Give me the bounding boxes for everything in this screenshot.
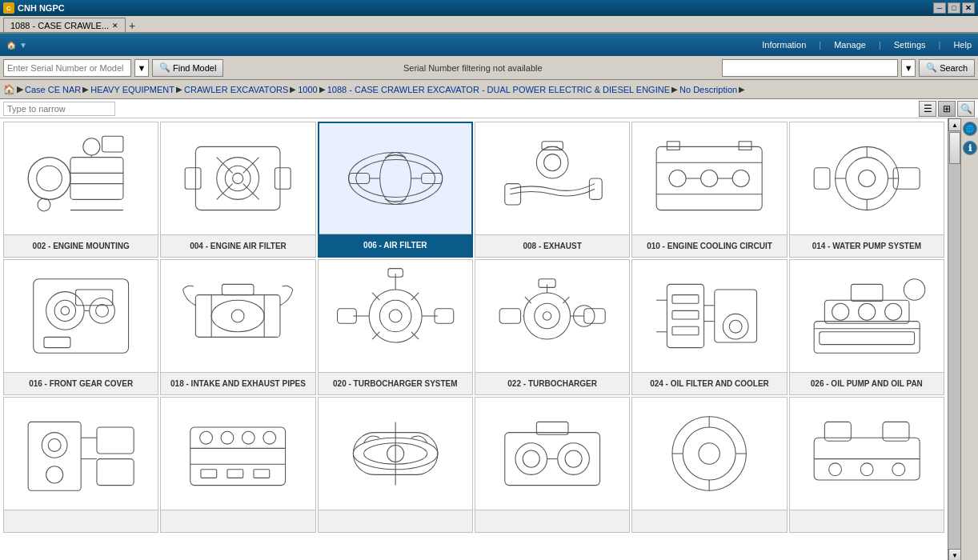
- binoculars-icon: 🔍: [159, 62, 170, 73]
- tab-close-button[interactable]: ✕: [112, 22, 118, 30]
- svg-rect-122: [201, 470, 217, 478]
- part-card-036[interactable]: [631, 397, 787, 533]
- narrow-input[interactable]: [3, 102, 115, 116]
- part-card-038[interactable]: [789, 397, 944, 533]
- svg-point-134: [565, 450, 582, 467]
- nav-settings[interactable]: Settings: [894, 40, 926, 50]
- part-image-004: [161, 122, 315, 234]
- grid-view-button[interactable]: ⊞: [938, 101, 956, 117]
- svg-point-62: [211, 300, 264, 332]
- part-card-016[interactable]: 016 - FRONT GEAR COVER: [3, 259, 158, 395]
- scroll-thumb[interactable]: [949, 132, 960, 164]
- list-view-button[interactable]: ☰: [919, 101, 936, 117]
- close-button[interactable]: ✕: [962, 2, 975, 14]
- search-button[interactable]: 🔍 Search: [919, 59, 975, 77]
- scroll-up-button[interactable]: ▲: [948, 118, 961, 131]
- nav-information[interactable]: Information: [762, 40, 806, 50]
- svg-rect-41: [667, 142, 680, 150]
- svg-line-15: [243, 158, 259, 174]
- part-image-008: [475, 122, 629, 234]
- part-card-002[interactable]: 002 - ENGINE MOUNTING: [3, 122, 158, 258]
- main-tab[interactable]: 1088 - CASE CRAWLE... ✕: [3, 18, 126, 32]
- svg-rect-66: [222, 284, 255, 294]
- part-card-028[interactable]: [3, 397, 158, 533]
- svg-rect-105: [851, 284, 883, 301]
- svg-rect-61: [196, 295, 281, 338]
- breadcrumb-no-description[interactable]: No Description: [679, 85, 737, 94]
- maximize-button[interactable]: □: [948, 2, 960, 14]
- search-input[interactable]: [722, 59, 898, 77]
- serial-input[interactable]: [3, 59, 131, 77]
- svg-point-109: [48, 439, 61, 452]
- part-image-032: [319, 398, 472, 510]
- find-model-button[interactable]: 🔍 Find Model: [152, 59, 223, 77]
- title-bar: C CNH NGPC ─ □ ✕: [0, 0, 978, 16]
- search-dropdown[interactable]: ▼: [901, 59, 916, 77]
- vertical-scrollbar[interactable]: ▲ ▼: [948, 118, 960, 560]
- svg-point-45: [858, 170, 875, 186]
- svg-point-37: [701, 170, 718, 186]
- part-card-024[interactable]: 024 - OIL FILTER AND COOLER: [631, 259, 787, 395]
- part-label-026: 026 - OIL PUMP AND OIL PAN: [790, 372, 944, 394]
- svg-point-110: [46, 466, 63, 483]
- breadcrumb-1088[interactable]: 1088 - CASE CRAWLER EXCAVATOR - DUAL POW…: [327, 85, 670, 94]
- svg-point-149: [860, 463, 873, 476]
- part-card-006[interactable]: 006 - AIR FILTER: [318, 122, 473, 258]
- svg-point-139: [699, 443, 719, 464]
- zoom-button[interactable]: 🔍: [957, 101, 975, 117]
- part-label-006: 006 - AIR FILTER: [319, 234, 471, 256]
- info-button[interactable]: ℹ: [963, 141, 977, 155]
- svg-point-53: [46, 292, 85, 330]
- serial-dropdown[interactable]: ▼: [134, 59, 149, 77]
- part-card-004[interactable]: 004 - ENGINE AIR FILTER: [160, 122, 315, 258]
- nav-help[interactable]: Help: [953, 40, 972, 50]
- part-card-032[interactable]: [318, 397, 473, 533]
- svg-rect-88: [715, 290, 757, 342]
- part-card-030[interactable]: [160, 397, 315, 533]
- svg-rect-2: [70, 158, 123, 200]
- part-image-038: [790, 398, 944, 510]
- breadcrumb-1000[interactable]: 1000: [298, 85, 317, 94]
- main-container: 002 - ENGINE MOUNTING: [0, 118, 978, 560]
- breadcrumb-crawler-excavators[interactable]: CRAWLER EXCAVATORS: [184, 85, 288, 94]
- svg-point-1: [37, 166, 62, 191]
- breadcrumb-case-ce-nar[interactable]: Case CE NAR: [25, 85, 81, 94]
- serial-status: Serial Number filtering not available: [226, 63, 719, 73]
- svg-point-57: [96, 304, 109, 317]
- svg-point-0: [28, 158, 70, 200]
- scroll-down-button[interactable]: ▼: [948, 549, 961, 560]
- part-card-034[interactable]: [475, 397, 630, 533]
- part-card-022[interactable]: 022 - TURBOCHARGER: [475, 259, 630, 395]
- new-tab-button[interactable]: +: [126, 19, 138, 32]
- svg-line-14: [217, 158, 233, 174]
- part-card-008[interactable]: 008 - EXHAUST: [475, 122, 630, 258]
- svg-point-22: [379, 153, 411, 205]
- part-card-026[interactable]: 026 - OIL PUMP AND OIL PAN: [789, 259, 944, 395]
- home-icon[interactable]: 🏠: [3, 84, 15, 95]
- svg-point-150: [892, 463, 905, 476]
- svg-rect-114: [97, 459, 134, 486]
- parts-grid-area: 002 - ENGINE MOUNTING: [0, 118, 948, 560]
- part-label-004: 004 - ENGINE AIR FILTER: [161, 234, 315, 257]
- svg-point-120: [242, 431, 255, 444]
- app-icon: C: [3, 2, 14, 14]
- svg-point-8: [38, 198, 50, 211]
- globe-button[interactable]: 🌐: [963, 122, 977, 136]
- search-icon: 🔍: [926, 62, 937, 73]
- part-card-018[interactable]: 018 - INTAKE AND EXHAUST PIPES: [160, 259, 315, 395]
- svg-point-132: [523, 450, 539, 467]
- svg-point-100: [832, 303, 848, 320]
- minimize-button[interactable]: ─: [933, 2, 946, 14]
- part-label-016: 016 - FRONT GEAR COVER: [4, 372, 158, 394]
- part-image-018: [161, 260, 315, 372]
- nav-bar: 🏠 ▼ Information | Manage | Settings | He…: [0, 34, 978, 56]
- parts-grid: 002 - ENGINE MOUNTING: [3, 122, 944, 533]
- part-card-014[interactable]: 014 - WATER PUMP SYSTEM: [789, 122, 944, 258]
- part-label-010: 010 - ENGINE COOLING CIRCUIT: [632, 234, 786, 257]
- svg-rect-112: [97, 427, 134, 454]
- part-card-020[interactable]: 020 - TURBOCHARGER SYSTEM: [318, 259, 473, 395]
- breadcrumb-heavy-equipment[interactable]: HEAVY EQUIPMENT: [90, 85, 174, 94]
- part-card-010[interactable]: 010 - ENGINE COOLING CIRCUIT: [631, 122, 787, 258]
- svg-rect-18: [185, 168, 201, 189]
- nav-manage[interactable]: Manage: [834, 40, 866, 50]
